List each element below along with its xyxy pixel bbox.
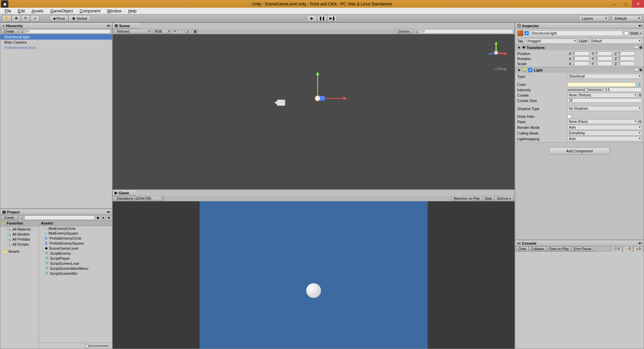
game-viewport[interactable]	[113, 201, 515, 349]
close-button[interactable]: ✕	[632, 0, 644, 8]
console-clear-on-play-toggle[interactable]: Clear on Play	[546, 246, 571, 251]
project-search-input[interactable]	[24, 215, 95, 220]
tag-dropdown[interactable]: Untagged	[525, 39, 577, 44]
scene-render-dropdown[interactable]: RGB	[152, 29, 171, 34]
component-help-icon[interactable]: 📖 ⚙	[634, 68, 642, 72]
asset-item[interactable]: ●MatEnemyCircle	[39, 226, 112, 231]
menu-gameobject[interactable]: GameObject	[47, 8, 76, 14]
asset-item[interactable]: ◆SceneGameLevel	[39, 246, 112, 251]
minimize-button[interactable]: —	[608, 0, 620, 8]
stats-toggle[interactable]: Stats	[482, 196, 495, 201]
thumbnail-size-slider[interactable]	[85, 345, 109, 347]
play-button[interactable]: ▶	[307, 15, 317, 22]
render-mode-dropdown[interactable]: Auto	[567, 125, 642, 130]
label-filter-icon[interactable]: ●	[101, 216, 105, 220]
project-assets-list[interactable]: Assets ●MatEnemyCircle ●MatEnemySquare ◧…	[39, 220, 112, 349]
shadow-type-dropdown[interactable]: No Shadows	[567, 106, 642, 111]
maximize-button[interactable]: □	[620, 0, 632, 8]
lightmapping-dropdown[interactable]: Auto	[567, 136, 642, 141]
layout-dropdown[interactable]: Default	[612, 15, 642, 21]
object-picker-icon[interactable]: ⊙	[639, 93, 642, 97]
asset-item[interactable]: ⌘ScriptScreenMainMenu	[39, 266, 112, 271]
inspector-tab[interactable]: ⓘ Inspector ▾≡	[515, 23, 644, 29]
menu-edit[interactable]: Edit	[14, 8, 28, 14]
hierarchy-search-input[interactable]	[24, 29, 111, 34]
light-enabled-checkbox[interactable]	[528, 68, 532, 72]
foldout-icon[interactable]: ▼	[517, 68, 521, 72]
move-tool-button[interactable]: ✥	[11, 15, 21, 22]
scene-shading-dropdown[interactable]: Textured	[114, 29, 151, 34]
scene-fx-toggle[interactable]: ▦	[192, 30, 198, 34]
favorite-item[interactable]: 🔍All Material	[0, 227, 39, 232]
rotation-y-input[interactable]	[595, 56, 612, 61]
game-tab[interactable]: ▶ Game	[113, 190, 136, 196]
asset-item[interactable]: ●MatEnemySquare	[39, 231, 112, 236]
culling-mask-dropdown[interactable]: Everything	[567, 131, 642, 136]
warning-count-toggle[interactable]: ⚠0	[623, 246, 633, 252]
position-y-input[interactable]	[595, 51, 612, 56]
game-aspect-dropdown[interactable]: Standalone (1024x768)	[114, 196, 164, 201]
info-count-toggle[interactable]: ⓘ0	[611, 246, 622, 252]
asset-item[interactable]: ⌘ScriptScreenLose	[39, 261, 112, 266]
perspective-label[interactable]: ◁ Persp	[494, 67, 506, 71]
gizmos-dropdown[interactable]: Gizmos	[396, 29, 413, 34]
light-color-picker[interactable]	[567, 82, 636, 87]
step-button[interactable]: ▶❚	[327, 15, 337, 22]
flare-field[interactable]: None (Flare)	[567, 119, 637, 124]
panel-options-icon[interactable]: ▾≡	[639, 241, 642, 245]
project-folders[interactable]: ★ Favorites 🔍All Material 🔍All Models 🔍A…	[0, 220, 39, 349]
scene-2d-toggle[interactable]: ☀	[172, 30, 177, 34]
pause-button[interactable]: ❚❚	[317, 15, 327, 22]
intensity-input[interactable]	[603, 88, 642, 92]
position-x-input[interactable]	[572, 51, 589, 56]
scale-y-input[interactable]	[595, 61, 612, 66]
camera-gizmo-icon[interactable]	[277, 100, 285, 106]
scene-light-toggle[interactable]: ☼	[179, 30, 184, 34]
console-log-area[interactable]	[515, 252, 644, 349]
scene-tab[interactable]: ⊞ Scene	[113, 23, 140, 29]
cookie-size-input[interactable]	[567, 98, 642, 103]
scale-x-input[interactable]	[572, 61, 589, 66]
rotation-x-input[interactable]	[572, 56, 589, 61]
gameobject-name-input[interactable]	[530, 31, 623, 36]
asset-item[interactable]: ⌘ScriptScreenWin	[39, 271, 112, 276]
panel-options-icon[interactable]: ▾≡	[107, 24, 111, 28]
layer-dropdown[interactable]: Default	[589, 39, 642, 44]
orientation-gizmo[interactable]: y x	[484, 41, 508, 64]
rotate-tool-button[interactable]: ↻	[21, 15, 30, 22]
hierarchy-create-dropdown[interactable]: Create	[2, 29, 18, 34]
scene-audio-toggle[interactable]: 🔊	[185, 30, 191, 34]
scale-tool-button[interactable]: ⤢	[30, 15, 40, 22]
gameobject-icon[interactable]	[517, 30, 523, 36]
filter-icon[interactable]: ◆	[96, 216, 100, 220]
scene-viewport[interactable]: y x ◁ Persp	[113, 34, 515, 189]
maximize-on-play-toggle[interactable]: Maximize on Play	[451, 196, 482, 201]
game-gizmos-dropdown[interactable]: Gizmos ▾	[494, 196, 513, 201]
favorite-item[interactable]: 🔍All Prefabs	[0, 237, 39, 242]
intensity-slider[interactable]	[567, 89, 602, 91]
static-checkbox[interactable]	[624, 31, 628, 35]
console-tab[interactable]: ▭ Console ▾≡	[515, 240, 644, 246]
rotation-z-input[interactable]	[618, 56, 635, 61]
scale-z-input[interactable]	[618, 61, 635, 66]
color-picker-icon[interactable]: 💧	[637, 83, 642, 87]
hierarchy-list[interactable]: Directional light Main Camera PrefabEnem…	[0, 34, 112, 208]
add-component-button[interactable]: Add Component	[549, 147, 610, 155]
menu-component[interactable]: Component	[76, 8, 104, 14]
asset-item[interactable]: ⌘ScriptEnemy	[39, 251, 112, 256]
assets-folder[interactable]: 📁Assets	[0, 249, 39, 254]
favorite-filter-icon[interactable]: ★	[107, 216, 111, 220]
hand-tool-button[interactable]: ✋	[2, 15, 11, 22]
error-count-toggle[interactable]: ●0	[634, 246, 643, 252]
panel-options-icon[interactable]: ▾≡	[639, 24, 642, 28]
menu-window[interactable]: Window	[104, 8, 125, 14]
hierarchy-item[interactable]: Directional light	[0, 34, 112, 40]
console-error-pause-toggle[interactable]: Error Pause	[571, 246, 594, 251]
position-z-input[interactable]	[618, 51, 635, 56]
project-tab[interactable]: ▤ Project ▾≡	[0, 209, 112, 215]
console-collapse-toggle[interactable]: Collapse	[529, 246, 546, 251]
cookie-field[interactable]: None (Texture)	[567, 93, 637, 98]
asset-item[interactable]: ⌘ScriptPlayer	[39, 256, 112, 261]
gameobject-active-checkbox[interactable]	[525, 31, 529, 35]
layers-dropdown[interactable]: Layers	[579, 15, 609, 21]
